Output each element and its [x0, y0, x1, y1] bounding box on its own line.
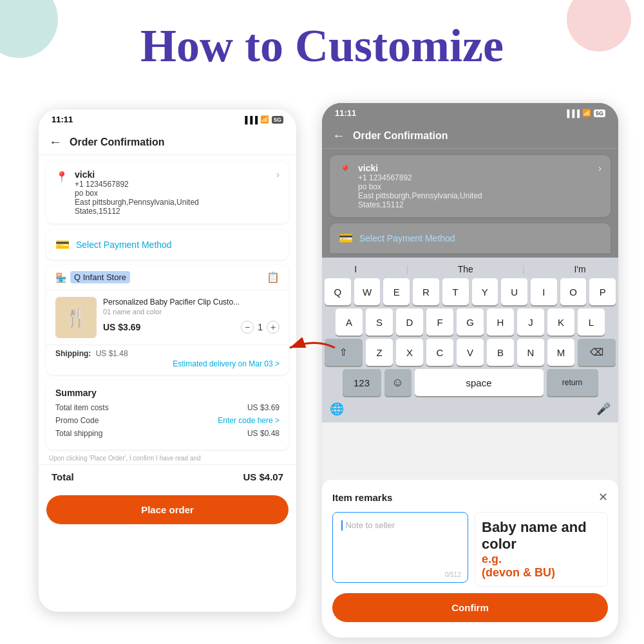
confirm-button[interactable]: Confirm — [332, 593, 608, 622]
signal-icon: ▐▐▐ — [243, 116, 258, 124]
payment-section-left[interactable]: 💳 Select Payment Method — [46, 230, 289, 260]
key-T[interactable]: T — [442, 278, 469, 305]
note-placeholder: Note to seller — [345, 520, 395, 530]
suggestion-I[interactable]: I — [354, 264, 357, 274]
payment-section-right[interactable]: 💳 Select Payment Method — [330, 223, 611, 253]
product-qty-left: − 1 + — [241, 321, 279, 334]
key-suggestions-row: I | The | I'm — [325, 261, 616, 278]
summary-shipping-value: US $0.48 — [247, 429, 279, 438]
key-A[interactable]: A — [336, 308, 363, 336]
modal-title: Item remarks — [332, 492, 392, 503]
num-key[interactable]: 123 — [343, 369, 381, 396]
back-icon-right[interactable]: ← — [332, 128, 345, 143]
key-Y[interactable]: Y — [472, 278, 498, 305]
store-header-left: 🏪 Q Infant Store 📋 — [46, 265, 289, 290]
back-icon-left[interactable]: ← — [49, 135, 62, 149]
page-title: How to Customize — [140, 19, 504, 73]
key-P[interactable]: P — [589, 278, 616, 305]
summary-shipping-label: Total shipping — [55, 429, 102, 438]
modal-header: Item remarks ✕ — [332, 490, 608, 504]
nav-title-left: Order Confirmation — [70, 137, 165, 148]
key-L[interactable]: L — [578, 308, 605, 336]
key-Q[interactable]: Q — [325, 278, 351, 305]
edit-note-icon-left[interactable]: 📋 — [267, 271, 279, 283]
shipping-label-left: Shipping: — [55, 349, 91, 358]
modal-close-button[interactable]: ✕ — [598, 490, 608, 504]
key-S[interactable]: S — [366, 308, 393, 336]
bg-circle-pink — [567, 0, 631, 52]
baby-name-example: e.g.(devon & BU) — [482, 553, 601, 580]
key-C[interactable]: C — [426, 339, 453, 366]
summary-promo-label: Promo Code — [55, 416, 99, 425]
globe-icon[interactable]: 🌐 — [330, 402, 344, 416]
item-remarks-modal: Item remarks ✕ Note to seller 0/512 Baby… — [322, 258, 618, 422]
return-key[interactable]: return — [547, 369, 598, 396]
total-row-left: Total US $4.07 — [39, 464, 296, 489]
address-card-left[interactable]: 📍 vicki +1 1234567892 po box East pittsb… — [46, 162, 289, 223]
status-bar-right: 11:11 ▐▐▐ 📶 5G — [322, 103, 618, 123]
nav-bar-right: ← Order Confirmation — [322, 123, 618, 149]
nav-title-right: Order Confirmation — [353, 130, 448, 142]
key-G[interactable]: G — [457, 308, 484, 336]
left-phone: 11:11 ▐▐▐ 📶 5G ← Order Confirmation 📍 vi… — [39, 109, 296, 612]
key-X[interactable]: X — [396, 339, 423, 366]
address-zip-left: States,15112 — [75, 207, 270, 216]
microphone-icon[interactable]: 🎤 — [596, 402, 611, 416]
qty-minus-left[interactable]: − — [241, 321, 254, 334]
key-row-3: ⇧ Z X C V B N M ⌫ — [325, 339, 616, 366]
key-K[interactable]: K — [547, 308, 574, 336]
store-icon-left: 🏪 — [55, 272, 66, 283]
key-V[interactable]: V — [457, 339, 484, 366]
key-U[interactable]: U — [501, 278, 527, 305]
address-city-left: East pittsburgh,Pennsylvania,United — [75, 198, 270, 207]
key-B[interactable]: B — [487, 339, 514, 366]
status-icons-right: ▐▐▐ 📶 5G — [565, 109, 605, 117]
nav-bar-left: ← Order Confirmation — [39, 129, 296, 155]
emoji-key[interactable]: ☺ — [384, 369, 412, 396]
key-O[interactable]: O — [560, 278, 587, 305]
network-icon: 5G — [272, 116, 283, 124]
backspace-key[interactable]: ⌫ — [578, 339, 616, 366]
key-D[interactable]: D — [396, 308, 423, 336]
qty-value-left: 1 — [258, 322, 263, 332]
wifi-icon-right: 📶 — [582, 109, 591, 117]
summary-item-cost-label: Total item costs — [55, 403, 109, 412]
key-M[interactable]: M — [547, 339, 574, 366]
store-section-left: 🏪 Q Infant Store 📋 🍴 Personalized Baby P… — [46, 265, 289, 375]
address-chevron-left: › — [276, 169, 279, 180]
modal-body: Note to seller 0/512 Baby name and color… — [332, 512, 608, 587]
key-J[interactable]: J — [517, 308, 544, 336]
key-W[interactable]: W — [354, 278, 381, 305]
modal-content: Item remarks ✕ Note to seller 0/512 Baby… — [322, 480, 618, 638]
keyboard-bottom-row: 🌐 🎤 — [325, 399, 616, 419]
address-phone-left: +1 1234567892 — [75, 180, 270, 189]
suggestion-Im[interactable]: I'm — [574, 264, 585, 274]
key-I[interactable]: I — [531, 278, 557, 305]
key-R[interactable]: R — [413, 278, 439, 305]
payment-icon-right: 💳 — [339, 231, 353, 245]
place-order-button[interactable]: Place order — [46, 495, 289, 524]
space-key[interactable]: space — [415, 369, 544, 396]
address-chevron-right: › — [598, 163, 601, 173]
key-Z[interactable]: Z — [366, 339, 393, 366]
key-row-1: Q W E R T Y U I O P — [325, 278, 616, 305]
key-E[interactable]: E — [383, 278, 410, 305]
suggestion-The[interactable]: The — [458, 264, 473, 274]
product-row-left: 🍴 Personalized Baby Pacifier Clip Custo.… — [46, 290, 289, 345]
note-input-area[interactable]: Note to seller 0/512 — [332, 512, 468, 583]
char-count: 0/512 — [445, 571, 461, 578]
summary-promo-row[interactable]: Promo Code Enter code here > — [55, 416, 279, 425]
address-card-right[interactable]: 📍 vicki +1 1234567892 po box East pittsb… — [330, 155, 611, 217]
qty-plus-left[interactable]: + — [267, 321, 279, 334]
total-label-left: Total — [52, 471, 74, 482]
shipping-cost-left: US $1.48 — [96, 349, 128, 358]
key-H[interactable]: H — [487, 308, 514, 336]
address-name-left: vicki — [75, 169, 270, 180]
summary-promo-value: Enter code here > — [218, 416, 279, 425]
summary-item-cost-value: US $3.69 — [247, 403, 279, 412]
key-N[interactable]: N — [517, 339, 544, 366]
keyboard: I | The | I'm Q W E R T Y U I O P A — [322, 258, 618, 422]
key-F[interactable]: F — [426, 308, 453, 336]
store-name-left: Q Infant Store — [70, 271, 130, 283]
address-zip-right: States,15112 — [358, 200, 592, 209]
